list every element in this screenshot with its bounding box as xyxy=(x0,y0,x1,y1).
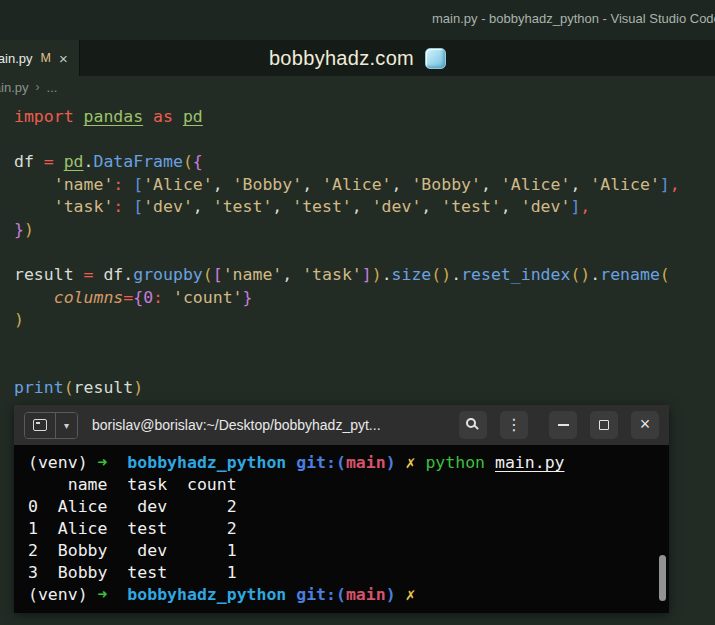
code-line: df = pd.DataFrame({ xyxy=(14,151,715,174)
code-line: 'name': ['Alice', 'Bobby', 'Alice', 'Bob… xyxy=(14,174,715,197)
close-icon: × xyxy=(640,415,651,433)
minimize-icon xyxy=(558,424,569,426)
kebab-menu-icon: ⋮ xyxy=(506,417,522,433)
breadcrumb[interactable]: main.py › ... xyxy=(0,76,715,98)
terminal-titlebar: ▾ borislav@borislav:~/Desktop/bobbyhadz_… xyxy=(14,405,669,445)
term-line: 0 Alice dev 2 xyxy=(28,496,669,518)
close-button[interactable]: × xyxy=(631,411,659,439)
term-line: 2 Bobby dev 1 xyxy=(28,540,669,562)
site-banner-text: bobbyhadz.com xyxy=(269,47,414,70)
code-line: result = df.groupby(['name', 'task']).si… xyxy=(14,264,715,287)
term-line: name task count xyxy=(28,474,669,496)
tab-bar: main.py M × bobbyhadz.com xyxy=(0,40,715,76)
breadcrumb-separator-icon: › xyxy=(36,80,40,94)
terminal-panel: ▾ borislav@borislav:~/Desktop/bobbyhadz_… xyxy=(14,405,669,613)
tab-main-py[interactable]: main.py M × xyxy=(0,40,80,76)
dropdown-caret-icon[interactable]: ▾ xyxy=(56,413,77,438)
breadcrumb-more[interactable]: ... xyxy=(47,80,58,95)
terminal-output[interactable]: (venv) ➜ bobbyhadz_python git:(main) ✗ p… xyxy=(14,445,669,606)
maximize-button[interactable] xyxy=(590,411,618,439)
terminal-scrollbar[interactable] xyxy=(659,555,666,601)
window-titlebar: main.py - bobbyhadz_python - Visual Stud… xyxy=(0,0,715,40)
menu-button[interactable]: ⋮ xyxy=(500,411,528,439)
terminal-icon xyxy=(33,419,47,431)
search-button[interactable] xyxy=(459,411,487,439)
vscode-window: main.py - bobbyhadz_python - Visual Stud… xyxy=(0,0,715,400)
site-banner: bobbyhadz.com xyxy=(0,40,715,76)
breadcrumb-file[interactable]: main.py xyxy=(0,80,29,95)
search-icon xyxy=(466,418,476,428)
terminal-title: borislav@borislav:~/Desktop/bobbyhadz_py… xyxy=(92,417,381,433)
code-line xyxy=(14,332,715,355)
term-line: (venv) ➜ bobbyhadz_python git:(main) ✗ p… xyxy=(28,452,669,474)
terminal-launcher-button[interactable]: ▾ xyxy=(24,412,78,439)
code-line xyxy=(14,129,715,152)
term-line: 1 Alice test 2 xyxy=(28,518,669,540)
maximize-icon xyxy=(599,420,609,430)
term-line: (venv) ➜ bobbyhadz_python git:(main) ✗ xyxy=(28,584,669,606)
term-line: 3 Bobby test 1 xyxy=(28,562,669,584)
minimize-button[interactable] xyxy=(549,411,577,439)
terminal-window-controls: ⋮ × xyxy=(459,411,659,439)
code-editor[interactable]: import pandas as pd df = pd.DataFrame({ … xyxy=(0,98,715,400)
window-title: main.py - bobbyhadz_python - Visual Stud… xyxy=(432,11,715,26)
code-line: 'task': ['dev', 'test', 'test', 'dev', '… xyxy=(14,196,715,219)
code-line: ) xyxy=(14,309,715,332)
tab-label: main.py xyxy=(0,51,33,66)
code-line: columns={0: 'count'} xyxy=(14,287,715,310)
new-terminal-button[interactable] xyxy=(25,413,56,438)
code-line xyxy=(14,355,715,378)
code-line: import pandas as pd xyxy=(14,106,715,129)
tab-modified-badge: M xyxy=(41,51,51,65)
tab-close-icon[interactable]: × xyxy=(59,51,68,66)
code-line: }) xyxy=(14,219,715,242)
code-line: print(result) xyxy=(14,377,715,400)
ice-cube-icon xyxy=(425,48,446,69)
code-line xyxy=(14,242,715,265)
